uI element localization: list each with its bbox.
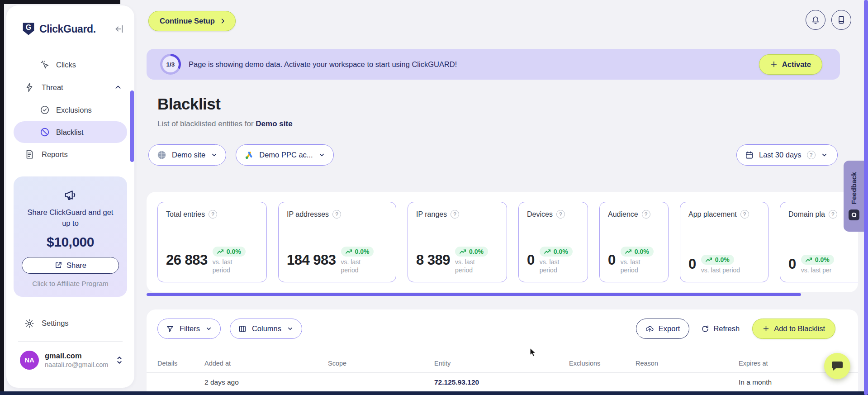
notifications-button[interactable] — [806, 10, 825, 30]
add-to-blacklist-button[interactable]: Add to Blacklist — [752, 319, 835, 339]
feedback-label: Feedback — [850, 172, 858, 205]
badge-check-icon — [40, 105, 50, 115]
vs-last-period: vs. last period — [213, 258, 241, 274]
promo-caption: Click to Affiliate Program — [22, 280, 119, 288]
share-button[interactable]: Share — [22, 257, 119, 274]
vs-last-period: vs. last period — [341, 258, 369, 274]
app-screen: G ClickGuard. Clicks — [0, 0, 868, 395]
chevron-up-down-icon — [115, 356, 123, 365]
page-subtitle: List of blacklisted entities for Demo si… — [157, 119, 293, 128]
window-edge-bottom — [0, 391, 868, 395]
columns-icon — [238, 325, 247, 333]
google-ads-icon — [244, 151, 254, 160]
help-icon — [642, 210, 650, 219]
window-edge-top — [0, 0, 120, 4]
columns-button[interactable]: Columns — [230, 319, 302, 339]
page-scrollbar[interactable] — [864, 0, 868, 395]
stat-value: 26 883 — [166, 252, 208, 268]
delta-badge: 0.0% — [621, 247, 654, 257]
sidebar-item-settings[interactable]: Settings — [6, 312, 134, 335]
help-icon — [829, 210, 837, 219]
continue-setup-button[interactable]: Continue Setup — [148, 11, 236, 31]
sidebar-item-exclusions[interactable]: Exclusions — [6, 99, 134, 121]
sidebar-item-label: Reports — [42, 150, 68, 159]
affiliate-promo-card[interactable]: Share ClickGuard and get up to $10,000 S… — [14, 176, 127, 297]
sidebar-item-reports[interactable]: Reports — [6, 143, 134, 166]
date-range-selector[interactable]: Last 30 days — [736, 144, 838, 166]
delta-value: 0.0% — [227, 248, 241, 255]
sidebar-item-label: Blacklist — [56, 128, 84, 137]
chevron-down-icon — [318, 152, 325, 158]
activate-button[interactable]: Activate — [759, 54, 822, 75]
sidebar-item-blacklist[interactable]: Blacklist — [14, 121, 127, 143]
table-header-row: Details Added at Scope Entity Exclusions… — [147, 360, 858, 367]
vs-last-period: vs. last period — [540, 258, 568, 274]
account-switcher[interactable]: NA gmail.com naatali.ro@gmail.com — [6, 342, 134, 370]
calendar-icon — [745, 151, 754, 159]
column-header-reason[interactable]: Reason — [636, 360, 739, 367]
sidebar-item-label: Exclusions — [56, 106, 92, 114]
chevron-down-icon — [205, 325, 212, 332]
delta-badge: 0.0% — [341, 247, 374, 257]
stat-value: 184 983 — [287, 252, 336, 268]
window-edge-left — [0, 0, 4, 395]
sidebar-item-label: Threat — [42, 83, 63, 92]
ppc-account-selector[interactable]: Demo PPC ac... — [236, 144, 333, 166]
avatar: NA — [20, 351, 39, 370]
stat-card-ip-ranges: IP ranges 8 389 0.0% vs. last period — [408, 202, 507, 282]
sidebar-item-clicks[interactable]: Clicks — [6, 53, 134, 76]
table-row[interactable]: 2 days ago 72.125.93.120 In a month — [147, 373, 858, 386]
cell-expires-at: In a month — [739, 378, 847, 386]
delta-value: 0.0% — [355, 248, 370, 255]
trend-up-icon — [625, 249, 632, 254]
demo-data-banner: 1/3 Page is showing demo data. Activate … — [147, 49, 840, 80]
column-header-added-at[interactable]: Added at — [204, 360, 328, 367]
feedback-logo-icon — [849, 209, 859, 220]
trend-up-icon — [460, 249, 466, 254]
help-icon — [556, 210, 565, 219]
vs-last-period: vs. last period — [455, 258, 483, 274]
docs-button[interactable] — [831, 10, 851, 30]
delta-badge: 0.0% — [701, 255, 734, 265]
trend-up-icon — [806, 257, 812, 262]
chevron-down-icon — [211, 152, 218, 158]
chevron-up-icon[interactable] — [114, 84, 122, 91]
topbar-icons — [806, 10, 851, 30]
stat-card-audience: Audience 0 0.0% vs. last period — [599, 202, 669, 282]
delta-value: 0.0% — [715, 256, 730, 263]
column-header-details[interactable]: Details — [157, 360, 204, 367]
filters-label: Filters — [180, 324, 200, 333]
chat-launcher-button[interactable] — [824, 353, 850, 379]
filters-button[interactable]: Filters — [157, 319, 221, 339]
svg-text:G: G — [26, 24, 31, 31]
vs-last-period: vs. last period — [621, 258, 649, 274]
stat-label: Domain pla — [788, 210, 825, 219]
refresh-icon — [701, 325, 709, 333]
book-icon — [837, 15, 846, 24]
site-selector-value: Demo site — [172, 151, 205, 159]
site-selector[interactable]: Demo site — [148, 144, 226, 166]
sidebar: G ClickGuard. Clicks — [6, 5, 134, 388]
delta-badge: 0.0% — [455, 247, 488, 257]
export-button[interactable]: Export — [636, 319, 690, 339]
column-header-exclusions[interactable]: Exclusions — [569, 360, 636, 367]
stat-label: Total entries — [166, 210, 205, 219]
sidebar-scrollbar[interactable] — [130, 90, 134, 162]
stat-value: 0 — [688, 256, 696, 272]
account-email: naatali.ro@gmail.com — [45, 361, 108, 368]
activate-label: Activate — [782, 60, 811, 69]
column-header-entity[interactable]: Entity — [434, 360, 569, 367]
trend-up-icon — [706, 257, 712, 262]
refresh-button[interactable]: Refresh — [701, 324, 740, 333]
feedback-tab[interactable]: Feedback — [844, 161, 864, 232]
ban-icon — [40, 127, 50, 137]
plus-icon — [770, 61, 778, 68]
chevron-down-icon — [287, 325, 294, 332]
stat-value: 0 — [788, 256, 796, 272]
collapse-sidebar-icon[interactable] — [114, 24, 124, 34]
stats-horizontal-scrollbar[interactable] — [147, 293, 801, 296]
delta-value: 0.0% — [554, 248, 568, 255]
column-header-scope[interactable]: Scope — [328, 360, 434, 367]
sidebar-item-threat[interactable]: Threat — [6, 76, 134, 99]
stat-card-total-entries: Total entries 26 883 0.0% vs. last perio… — [157, 202, 267, 282]
